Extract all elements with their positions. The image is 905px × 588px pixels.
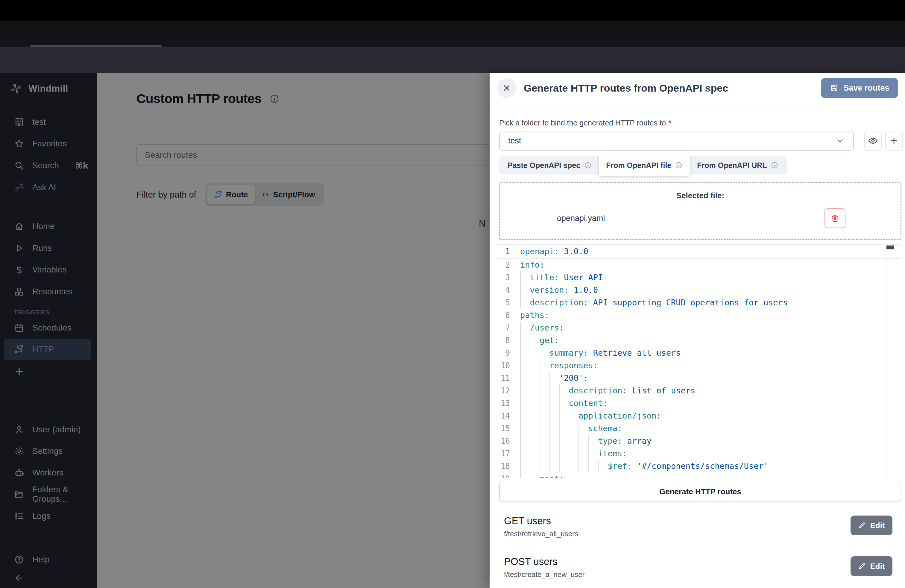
indent-guide (569, 410, 570, 422)
indent-guide (520, 385, 521, 397)
add-folder-button[interactable] (885, 131, 903, 151)
code-line: 10responses: (497, 359, 901, 372)
selected-file-label: Selected file: (500, 191, 900, 200)
generated-route-item: GET users f/test/retrieve_all_users (504, 515, 896, 538)
indent-guide (530, 385, 530, 397)
indent-guide (578, 460, 579, 472)
pencil-icon (858, 562, 866, 570)
code-line: 17items: (497, 447, 901, 460)
indent-guide (530, 334, 530, 347)
code-text: description: API supporting CRUD operati… (520, 296, 901, 309)
code-text: content: (520, 397, 901, 410)
indent-guide (540, 447, 540, 460)
tab-from-openapi-url[interactable]: From OpenAPI URL (690, 156, 785, 175)
drawer-header: Generate HTTP routes from OpenAPI spec S… (490, 73, 905, 103)
code-text: application/json: (520, 410, 901, 422)
code-line: 18$ref: '#/components/schemas/User' (497, 460, 901, 472)
code-line: 13content: (497, 397, 901, 410)
indent-guide (520, 347, 521, 359)
indent-guide (549, 447, 550, 460)
indent-guide (559, 460, 560, 472)
save-floppy-icon (830, 84, 838, 92)
delete-file-button[interactable] (824, 208, 845, 228)
route-name: POST users (504, 556, 896, 567)
code-text: get: (520, 334, 901, 347)
selected-file-dropzone[interactable]: Selected file: openapi.yaml (499, 182, 902, 240)
code-text: description: List of users (520, 385, 901, 397)
indent-guide (520, 422, 521, 435)
route-path: f/test/create_a_new_user (504, 571, 896, 579)
indent-guide (559, 435, 560, 447)
line-number: 8 (497, 334, 510, 347)
editor-scrollbar[interactable] (886, 245, 895, 477)
line-number: 10 (497, 359, 510, 372)
indent-guide (569, 435, 570, 447)
app-window: Windmill test Favorites Search ⌘k Ask AI… (0, 73, 905, 588)
indent-guide (549, 372, 550, 385)
tab-from-openapi-file[interactable]: From OpenAPI file (599, 154, 690, 176)
save-routes-button[interactable]: Save routes (821, 78, 898, 98)
info-icon[interactable] (584, 161, 592, 169)
eye-icon (868, 136, 878, 146)
generate-http-routes-button[interactable]: Generate HTTP routes (499, 482, 902, 502)
indent-guide (530, 435, 530, 447)
indent-guide (549, 460, 550, 472)
info-icon[interactable] (771, 161, 778, 169)
indent-guide (520, 284, 521, 296)
line-number: 17 (497, 447, 510, 460)
code-text: responses: (520, 359, 901, 372)
code-line: 4version: 1.0.0 (497, 284, 901, 296)
indent-guide (520, 447, 521, 460)
indent-guide (520, 296, 521, 309)
line-number: 4 (497, 284, 510, 296)
line-number: 5 (497, 296, 510, 309)
browser-chrome: HTTP triggers | Windmill + ↻ (0, 0, 905, 73)
indent-guide (559, 447, 560, 460)
edit-route-button[interactable]: Edit (851, 516, 892, 535)
indent-guide (540, 435, 540, 447)
code-line: 14application/json: (497, 410, 901, 422)
code-text: items: (520, 447, 901, 460)
edit-label: Edit (870, 562, 884, 571)
indent-guide (530, 410, 530, 422)
openapi-code-editor[interactable]: 1openapi: 3.0.02info:3title: User API4ve… (497, 244, 901, 478)
line-number: 19 (497, 472, 510, 478)
close-icon[interactable] (497, 78, 516, 98)
tab-paste-openapi-spec[interactable]: Paste OpenAPI spec (500, 156, 599, 175)
route-path: f/test/retrieve_all_users (504, 530, 896, 538)
tab-label: Paste OpenAPI spec (508, 161, 580, 170)
code-text: '200': (520, 372, 901, 385)
indent-guide (569, 422, 570, 435)
indent-guide (559, 410, 560, 422)
indent-guide (530, 397, 530, 410)
line-number: 15 (497, 422, 510, 435)
code-line: 16type: array (497, 435, 901, 447)
indent-guide (520, 410, 521, 422)
indent-guide (540, 372, 540, 385)
indent-guide (540, 410, 540, 422)
code-line: 2info: (497, 259, 901, 271)
code-line: 6paths: (497, 309, 901, 321)
info-icon[interactable] (675, 161, 683, 169)
line-number: 11 (497, 372, 510, 385)
code-line: 5description: API supporting CRUD operat… (497, 296, 901, 309)
editor-scrollbar-thumb[interactable] (886, 245, 894, 250)
indent-guide (520, 472, 521, 478)
code-text: openapi: 3.0.0 (520, 245, 901, 258)
indent-guide (520, 372, 521, 385)
code-line: 7/users: (497, 321, 901, 334)
save-routes-label: Save routes (843, 84, 889, 93)
preview-eye-button[interactable] (864, 131, 882, 151)
indent-guide (530, 422, 530, 435)
line-number: 6 (497, 309, 510, 321)
folder-select[interactable]: test (499, 131, 854, 151)
line-number: 16 (497, 435, 510, 447)
indent-guide (540, 347, 540, 359)
line-number: 9 (497, 347, 510, 359)
code-text: schema: (520, 422, 901, 435)
indent-guide (520, 321, 521, 334)
indent-guide (520, 397, 521, 410)
indent-guide (530, 460, 530, 472)
edit-route-button[interactable]: Edit (851, 556, 892, 576)
indent-guide (520, 334, 521, 347)
